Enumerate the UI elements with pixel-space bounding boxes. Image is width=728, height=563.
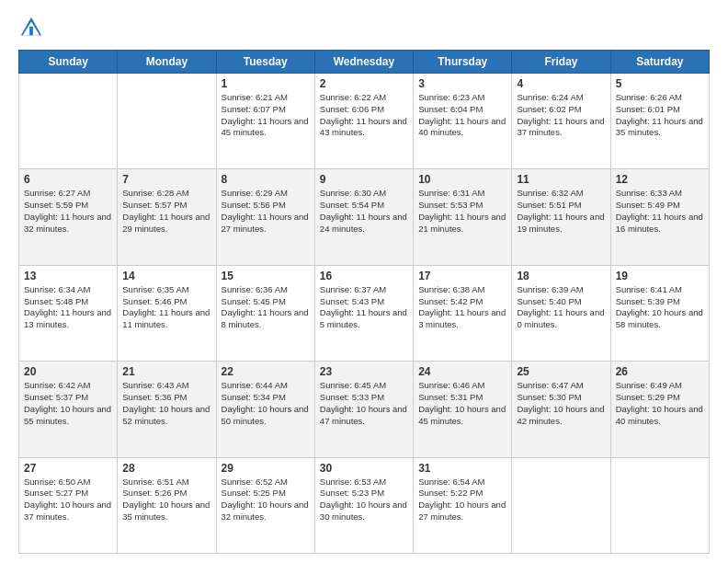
cell-content: Sunrise: 6:43 AM Sunset: 5:36 PM Dayligh…: [122, 380, 210, 427]
day-number: 11: [517, 173, 605, 186]
day-number: 2: [320, 77, 408, 90]
day-number: 24: [418, 365, 506, 378]
cell-content: Sunrise: 6:41 AM Sunset: 5:39 PM Dayligh…: [616, 284, 704, 331]
cell-content: Sunrise: 6:52 AM Sunset: 5:25 PM Dayligh…: [222, 477, 310, 523]
calendar-cell: 28Sunrise: 6:51 AM Sunset: 5:26 PM Dayli…: [118, 457, 216, 553]
weekday-header-thursday: Thursday: [414, 51, 512, 74]
logo: [18, 15, 48, 40]
calendar-cell: 6Sunrise: 6:27 AM Sunset: 5:59 PM Daylig…: [19, 169, 118, 265]
calendar-table: SundayMondayTuesdayWednesdayThursdayFrid…: [18, 50, 710, 554]
day-number: 28: [122, 462, 210, 475]
cell-content: Sunrise: 6:39 AM Sunset: 5:40 PM Dayligh…: [517, 284, 605, 331]
day-number: 10: [418, 173, 506, 186]
day-number: 15: [222, 270, 310, 282]
calendar-cell: 14Sunrise: 6:35 AM Sunset: 5:46 PM Dayli…: [118, 265, 216, 361]
weekday-header-sunday: Sunday: [19, 51, 118, 74]
day-number: 16: [320, 270, 408, 282]
cell-content: Sunrise: 6:30 AM Sunset: 5:54 PM Dayligh…: [320, 188, 408, 235]
day-number: 22: [222, 365, 310, 378]
cell-content: Sunrise: 6:44 AM Sunset: 5:34 PM Dayligh…: [222, 380, 310, 427]
weekday-header-saturday: Saturday: [610, 51, 709, 74]
day-number: 6: [24, 173, 112, 186]
cell-content: Sunrise: 6:51 AM Sunset: 5:26 PM Dayligh…: [122, 477, 210, 523]
calendar-cell: 22Sunrise: 6:44 AM Sunset: 5:34 PM Dayli…: [216, 362, 314, 457]
cell-content: Sunrise: 6:26 AM Sunset: 6:01 PM Dayligh…: [616, 92, 704, 139]
calendar-cell: 5Sunrise: 6:26 AM Sunset: 6:01 PM Daylig…: [610, 74, 709, 169]
calendar-cell: 2Sunrise: 6:22 AM Sunset: 6:06 PM Daylig…: [314, 74, 413, 169]
calendar-cell: 13Sunrise: 6:34 AM Sunset: 5:48 PM Dayli…: [19, 265, 118, 361]
calendar-cell: 24Sunrise: 6:46 AM Sunset: 5:31 PM Dayli…: [414, 362, 512, 457]
calendar-cell: [610, 457, 709, 553]
calendar-week-row: 13Sunrise: 6:34 AM Sunset: 5:48 PM Dayli…: [19, 265, 710, 361]
weekday-header-tuesday: Tuesday: [216, 51, 314, 74]
day-number: 27: [24, 462, 112, 475]
day-number: 29: [222, 462, 310, 475]
day-number: 7: [122, 173, 210, 186]
day-number: 13: [24, 270, 112, 282]
cell-content: Sunrise: 6:38 AM Sunset: 5:42 PM Dayligh…: [418, 284, 506, 331]
calendar-cell: 19Sunrise: 6:41 AM Sunset: 5:39 PM Dayli…: [610, 265, 709, 361]
day-number: 1: [222, 77, 310, 90]
calendar-cell: [19, 74, 118, 169]
calendar-cell: 30Sunrise: 6:53 AM Sunset: 5:23 PM Dayli…: [314, 457, 413, 553]
calendar-cell: 11Sunrise: 6:32 AM Sunset: 5:51 PM Dayli…: [512, 169, 610, 265]
cell-content: Sunrise: 6:24 AM Sunset: 6:02 PM Dayligh…: [517, 92, 605, 139]
calendar-cell: 21Sunrise: 6:43 AM Sunset: 5:36 PM Dayli…: [118, 362, 216, 457]
day-number: 19: [616, 270, 704, 282]
cell-content: Sunrise: 6:42 AM Sunset: 5:37 PM Dayligh…: [24, 380, 112, 427]
day-number: 8: [222, 173, 310, 186]
cell-content: Sunrise: 6:49 AM Sunset: 5:29 PM Dayligh…: [616, 380, 704, 427]
calendar-cell: 20Sunrise: 6:42 AM Sunset: 5:37 PM Dayli…: [19, 362, 118, 457]
calendar-cell: 12Sunrise: 6:33 AM Sunset: 5:49 PM Dayli…: [610, 169, 709, 265]
calendar-cell: 10Sunrise: 6:31 AM Sunset: 5:53 PM Dayli…: [414, 169, 512, 265]
cell-content: Sunrise: 6:34 AM Sunset: 5:48 PM Dayligh…: [24, 284, 112, 331]
calendar-cell: 8Sunrise: 6:29 AM Sunset: 5:56 PM Daylig…: [216, 169, 314, 265]
calendar-cell: 1Sunrise: 6:21 AM Sunset: 6:07 PM Daylig…: [216, 74, 314, 169]
day-number: 20: [24, 365, 112, 378]
cell-content: Sunrise: 6:22 AM Sunset: 6:06 PM Dayligh…: [320, 92, 408, 139]
cell-content: Sunrise: 6:35 AM Sunset: 5:46 PM Dayligh…: [122, 284, 210, 331]
calendar-week-row: 1Sunrise: 6:21 AM Sunset: 6:07 PM Daylig…: [19, 74, 710, 169]
day-number: 25: [517, 365, 605, 378]
day-number: 5: [616, 77, 704, 90]
cell-content: Sunrise: 6:50 AM Sunset: 5:27 PM Dayligh…: [24, 477, 112, 523]
day-number: 4: [517, 77, 605, 90]
calendar-cell: 4Sunrise: 6:24 AM Sunset: 6:02 PM Daylig…: [512, 74, 610, 169]
calendar-week-row: 6Sunrise: 6:27 AM Sunset: 5:59 PM Daylig…: [19, 169, 710, 265]
cell-content: Sunrise: 6:45 AM Sunset: 5:33 PM Dayligh…: [320, 380, 408, 427]
cell-content: Sunrise: 6:54 AM Sunset: 5:22 PM Dayligh…: [418, 477, 506, 523]
calendar-cell: [118, 74, 216, 169]
cell-content: Sunrise: 6:21 AM Sunset: 6:07 PM Dayligh…: [222, 92, 310, 139]
cell-content: Sunrise: 6:28 AM Sunset: 5:57 PM Dayligh…: [122, 188, 210, 235]
day-number: 18: [517, 270, 605, 282]
day-number: 17: [418, 270, 506, 282]
cell-content: Sunrise: 6:27 AM Sunset: 5:59 PM Dayligh…: [24, 188, 112, 235]
calendar-cell: 23Sunrise: 6:45 AM Sunset: 5:33 PM Dayli…: [314, 362, 413, 457]
cell-content: Sunrise: 6:31 AM Sunset: 5:53 PM Dayligh…: [418, 188, 506, 235]
day-number: 12: [616, 173, 704, 186]
cell-content: Sunrise: 6:32 AM Sunset: 5:51 PM Dayligh…: [517, 188, 605, 235]
calendar-cell: 31Sunrise: 6:54 AM Sunset: 5:22 PM Dayli…: [414, 457, 512, 553]
weekday-header-wednesday: Wednesday: [314, 51, 413, 74]
calendar-cell: 16Sunrise: 6:37 AM Sunset: 5:43 PM Dayli…: [314, 265, 413, 361]
calendar-cell: [512, 457, 610, 553]
cell-content: Sunrise: 6:33 AM Sunset: 5:49 PM Dayligh…: [616, 188, 704, 235]
cell-content: Sunrise: 6:23 AM Sunset: 6:04 PM Dayligh…: [418, 92, 506, 139]
calendar-cell: 15Sunrise: 6:36 AM Sunset: 5:45 PM Dayli…: [216, 265, 314, 361]
cell-content: Sunrise: 6:46 AM Sunset: 5:31 PM Dayligh…: [418, 380, 506, 427]
calendar-cell: 7Sunrise: 6:28 AM Sunset: 5:57 PM Daylig…: [118, 169, 216, 265]
logo-icon: [18, 15, 44, 40]
calendar-cell: 29Sunrise: 6:52 AM Sunset: 5:25 PM Dayli…: [216, 457, 314, 553]
day-number: 3: [418, 77, 506, 90]
calendar-week-row: 27Sunrise: 6:50 AM Sunset: 5:27 PM Dayli…: [19, 457, 710, 553]
weekday-header-monday: Monday: [118, 51, 216, 74]
calendar-cell: 9Sunrise: 6:30 AM Sunset: 5:54 PM Daylig…: [314, 169, 413, 265]
day-number: 9: [320, 173, 408, 186]
cell-content: Sunrise: 6:37 AM Sunset: 5:43 PM Dayligh…: [320, 284, 408, 331]
calendar-cell: 3Sunrise: 6:23 AM Sunset: 6:04 PM Daylig…: [414, 74, 512, 169]
cell-content: Sunrise: 6:36 AM Sunset: 5:45 PM Dayligh…: [222, 284, 310, 331]
weekday-header-row: SundayMondayTuesdayWednesdayThursdayFrid…: [19, 51, 710, 74]
calendar-cell: 26Sunrise: 6:49 AM Sunset: 5:29 PM Dayli…: [610, 362, 709, 457]
page-header: [18, 15, 710, 40]
cell-content: Sunrise: 6:53 AM Sunset: 5:23 PM Dayligh…: [320, 477, 408, 523]
